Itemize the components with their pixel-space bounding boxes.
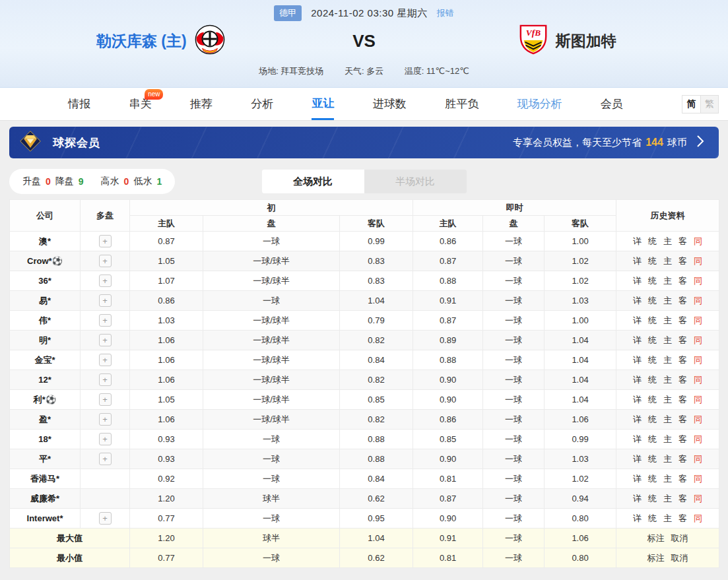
nav-tab[interactable]: 串关new: [129, 88, 151, 120]
history-link-详[interactable]: 详: [633, 513, 642, 523]
history-link-客[interactable]: 客: [678, 434, 687, 444]
history-link-统[interactable]: 统: [648, 474, 657, 484]
report-error-link[interactable]: 报错: [437, 7, 454, 19]
lang-traditional-button[interactable]: 繁: [700, 95, 719, 113]
history-link-主[interactable]: 主: [663, 454, 672, 464]
history-link-主[interactable]: 主: [663, 434, 672, 444]
history-link-统[interactable]: 统: [648, 513, 657, 523]
expand-multi-odds-button[interactable]: +: [99, 413, 112, 426]
nav-tab[interactable]: 亚让: [312, 88, 334, 120]
history-link-统[interactable]: 统: [648, 414, 657, 424]
history-link-同[interactable]: 同: [694, 236, 702, 246]
tab-half-match-compare[interactable]: 半场对比: [364, 170, 467, 193]
history-link-统[interactable]: 统: [648, 236, 657, 246]
home-team-name[interactable]: 勒沃库森 (主): [96, 31, 187, 51]
history-link-主[interactable]: 主: [663, 375, 672, 385]
expand-multi-odds-button[interactable]: +: [99, 393, 112, 406]
history-link-主[interactable]: 主: [663, 355, 672, 365]
history-link-详[interactable]: 详: [633, 414, 642, 424]
history-link-客[interactable]: 客: [678, 494, 687, 503]
expand-multi-odds-button[interactable]: +: [99, 373, 112, 386]
history-link-同[interactable]: 同: [694, 335, 702, 345]
expand-multi-odds-button[interactable]: +: [99, 314, 112, 327]
history-link-客[interactable]: 客: [678, 375, 687, 385]
expand-multi-odds-button[interactable]: +: [99, 334, 112, 346]
bookmaker-name[interactable]: 18*: [10, 430, 81, 449]
bookmaker-name[interactable]: 12*: [10, 370, 81, 390]
expand-multi-odds-button[interactable]: +: [99, 294, 112, 307]
history-link-同[interactable]: 同: [694, 513, 702, 523]
bookmaker-name[interactable]: Interwet*: [10, 509, 81, 529]
history-link-客[interactable]: 客: [678, 474, 687, 484]
expand-multi-odds-button[interactable]: +: [99, 235, 112, 247]
bookmaker-name[interactable]: 36*: [10, 271, 81, 291]
history-link-客[interactable]: 客: [678, 276, 687, 286]
history-link-统[interactable]: 统: [648, 434, 657, 444]
expand-multi-odds-button[interactable]: +: [99, 274, 112, 287]
nav-tab[interactable]: 推荐: [190, 88, 213, 120]
history-link-客[interactable]: 客: [678, 355, 687, 365]
history-link-客[interactable]: 客: [678, 454, 687, 464]
bookmaker-name[interactable]: 易*: [10, 291, 81, 311]
history-link-同[interactable]: 同: [694, 375, 702, 385]
history-link-统[interactable]: 统: [648, 375, 657, 385]
expand-multi-odds-button[interactable]: +: [99, 255, 112, 267]
history-link-主[interactable]: 主: [663, 296, 672, 306]
history-link-统[interactable]: 统: [648, 395, 657, 404]
bookmaker-name[interactable]: 明*: [10, 331, 81, 350]
history-link-客[interactable]: 客: [678, 395, 687, 404]
history-link-同[interactable]: 同: [694, 414, 702, 424]
away-team-name[interactable]: 斯图加特: [556, 31, 616, 51]
history-link-详[interactable]: 详: [633, 454, 642, 464]
history-link-详[interactable]: 详: [633, 296, 642, 306]
nav-tab[interactable]: 现场分析: [517, 88, 562, 120]
history-link-详[interactable]: 详: [633, 494, 642, 503]
history-link-主[interactable]: 主: [663, 395, 672, 404]
nav-tab[interactable]: 情报: [68, 88, 90, 120]
nav-tab[interactable]: 进球数: [373, 88, 407, 120]
history-link-客[interactable]: 客: [678, 335, 687, 345]
history-link-同[interactable]: 同: [694, 256, 702, 266]
expand-multi-odds-button[interactable]: +: [99, 453, 112, 465]
history-link-详[interactable]: 详: [633, 335, 642, 345]
history-link-详[interactable]: 详: [633, 236, 642, 246]
expand-multi-odds-button[interactable]: +: [99, 433, 112, 445]
tab-full-match-compare[interactable]: 全场对比: [262, 170, 364, 193]
summary-link-取消[interactable]: 取消: [671, 553, 688, 563]
history-link-详[interactable]: 详: [633, 395, 642, 404]
history-link-客[interactable]: 客: [678, 236, 687, 246]
nav-tab[interactable]: 胜平负: [445, 88, 479, 120]
history-link-统[interactable]: 统: [648, 454, 657, 464]
bookmaker-name[interactable]: 利*⚽: [10, 390, 81, 410]
history-link-主[interactable]: 主: [663, 494, 672, 503]
summary-link-取消[interactable]: 取消: [671, 533, 688, 543]
history-link-统[interactable]: 统: [648, 276, 657, 286]
bookmaker-name[interactable]: 伟*: [10, 311, 81, 331]
history-link-统[interactable]: 统: [648, 494, 657, 503]
expand-multi-odds-button[interactable]: +: [99, 512, 112, 525]
history-link-详[interactable]: 详: [633, 355, 642, 365]
history-link-统[interactable]: 统: [648, 355, 657, 365]
history-link-同[interactable]: 同: [694, 474, 702, 484]
history-link-同[interactable]: 同: [694, 296, 702, 306]
history-link-同[interactable]: 同: [694, 395, 702, 404]
history-link-统[interactable]: 统: [648, 296, 657, 306]
history-link-客[interactable]: 客: [678, 414, 687, 424]
history-link-主[interactable]: 主: [663, 335, 672, 345]
nav-tab[interactable]: 分析: [251, 88, 273, 120]
history-link-同[interactable]: 同: [694, 494, 702, 503]
history-link-主[interactable]: 主: [663, 276, 672, 286]
history-link-客[interactable]: 客: [678, 256, 687, 266]
history-link-同[interactable]: 同: [694, 434, 702, 444]
bookmaker-name[interactable]: 香港马*: [10, 469, 81, 489]
bookmaker-name[interactable]: 平*: [10, 449, 81, 469]
history-link-客[interactable]: 客: [678, 513, 687, 523]
summary-link-标注[interactable]: 标注: [647, 533, 665, 543]
history-link-详[interactable]: 详: [633, 315, 642, 325]
history-link-主[interactable]: 主: [663, 513, 672, 523]
bookmaker-name[interactable]: 盈*: [10, 410, 81, 430]
history-link-详[interactable]: 详: [633, 276, 642, 286]
history-link-详[interactable]: 详: [633, 434, 642, 444]
bookmaker-name[interactable]: 威廉希*: [10, 489, 81, 509]
history-link-详[interactable]: 详: [633, 375, 642, 385]
